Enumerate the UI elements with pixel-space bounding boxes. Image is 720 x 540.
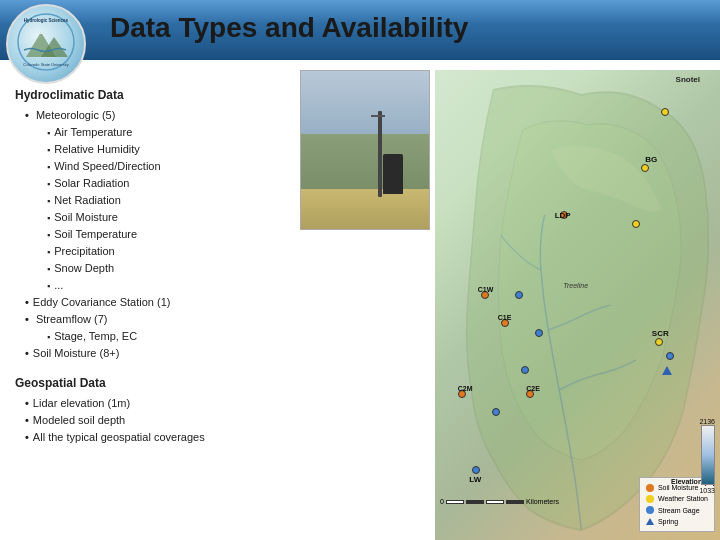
svg-marker-3: [40, 32, 42, 34]
snotel-label: Snotel: [676, 75, 700, 84]
c1w-label: C1W: [478, 286, 494, 293]
eddy-item: Eddy Covariance Station (1): [25, 294, 285, 311]
photo-ground: [301, 189, 429, 229]
geo-item-soil-depth: Modeled soil depth: [25, 412, 285, 429]
geospatial-list: Lidar elevation (1m) Modeled soil depth …: [25, 395, 285, 446]
scale-bar: 0 Kilometers: [440, 498, 559, 505]
legend-dot-weather: [646, 495, 654, 503]
legend-dot-soil-moisture: [646, 484, 654, 492]
meteorologic-subitems: Air Temperature Relative Humidity Wind S…: [47, 124, 285, 294]
bg-marker: [641, 164, 649, 172]
soil-moisture-item: Soil Moisture (8+): [25, 345, 285, 362]
elevation-max: 2136: [699, 418, 715, 425]
scale-label-0: 0: [440, 498, 444, 505]
left-panel: Hydroclimatic Data Meteorologic (5) Air …: [0, 70, 300, 540]
legend-label-spring: Spring: [658, 516, 678, 527]
streamflow-subitems: Stage, Temp, EC: [47, 328, 285, 345]
legend-dot-stream: [646, 506, 654, 514]
sub-item-stage: Stage, Temp, EC: [47, 328, 285, 345]
scr-spring: [662, 366, 672, 375]
sub-item-soil-temp: Soil Temperature: [47, 226, 285, 243]
photo-sky: [301, 71, 429, 134]
scr-marker1: [655, 338, 663, 346]
legend-item-stream-gage: Stream Gage: [646, 505, 708, 516]
streamflow-item: Streamflow (7) Stage, Temp, EC: [25, 311, 285, 345]
scale-unit: Kilometers: [526, 498, 559, 505]
sub-item-air-temp: Air Temperature: [47, 124, 285, 141]
equipment-tower: [378, 111, 382, 198]
svg-text:Colorado State University: Colorado State University: [23, 62, 68, 67]
legend-tri-spring: [646, 518, 654, 525]
legend-item-weather: Weather Station: [646, 493, 708, 504]
sub-item-precipitation: Precipitation: [47, 243, 285, 260]
sub-item-net-radiation: Net Radiation: [47, 192, 285, 209]
figure-silhouette: [383, 154, 403, 194]
stream-marker3: [521, 366, 529, 374]
legend-label-stream: Stream Gage: [658, 505, 700, 516]
sub-item-snow-depth: Snow Depth: [47, 260, 285, 277]
scale-seg4: [506, 500, 524, 504]
photo-hills: [301, 134, 429, 189]
geo-item-lidar: Lidar elevation (1m): [25, 395, 285, 412]
logo-circle: Hydrologic Sciences Colorado State Unive…: [6, 4, 86, 84]
legend-box: Soil Moisture Weather Station Stream Gag…: [639, 477, 715, 532]
legend-label-weather: Weather Station: [658, 493, 708, 504]
scale-seg3: [486, 500, 504, 504]
scale-seg2: [466, 500, 484, 504]
stream-marker2: [535, 329, 543, 337]
right-panel: Snotel BG LDP C1W C1E C2M: [300, 70, 720, 540]
bg-label: BG: [645, 155, 657, 164]
ldp-label: LDP: [555, 211, 571, 220]
c1e-label: C1E: [498, 314, 512, 321]
sub-item-soil-moisture: Soil Moisture: [47, 209, 285, 226]
elevation-min: 1033: [699, 487, 715, 494]
page-title: Data Types and Availability: [110, 12, 700, 44]
content-area: Hydroclimatic Data Meteorologic (5) Air …: [0, 70, 720, 540]
treeline-label: Treeline: [563, 282, 588, 289]
geospatial-section: Geospatial Data Lidar elevation (1m) Mod…: [15, 374, 285, 446]
logo-area: Hydrologic Sciences Colorado State Unive…: [6, 4, 96, 94]
elevation-bar: [701, 425, 715, 485]
level1-list: Meteorologic (5) Air Temperature Relativ…: [25, 107, 285, 363]
equipment-arm: [371, 115, 385, 117]
meteorologic-item: Meteorologic (5) Air Temperature Relativ…: [25, 107, 285, 295]
sub-item-ellipsis: ...: [47, 277, 285, 294]
geo-item-coverages: All the typical geospatial coverages: [25, 429, 285, 446]
lw-label: LW: [469, 475, 481, 484]
snotel-marker: [661, 108, 669, 116]
logo-svg: Hydrologic Sciences Colorado State Unive…: [16, 12, 76, 72]
c2e-label: C2E: [526, 385, 540, 392]
field-photo: [300, 70, 430, 230]
svg-text:Hydrologic Sciences: Hydrologic Sciences: [24, 18, 69, 23]
scale-seg1: [446, 500, 464, 504]
sub-item-rel-humidity: Relative Humidity: [47, 141, 285, 158]
legend-item-spring: Spring: [646, 516, 708, 527]
geospatial-title: Geospatial Data: [15, 374, 285, 393]
scr-label: SCR: [652, 329, 669, 338]
map-area: Snotel BG LDP C1W C1E C2M: [435, 70, 720, 540]
sub-item-solar-radiation: Solar Radiation: [47, 175, 285, 192]
stream-marker1: [515, 291, 523, 299]
sub-item-wind-speed: Wind Speed/Direction: [47, 158, 285, 175]
c2m-label: C2M: [458, 385, 473, 392]
